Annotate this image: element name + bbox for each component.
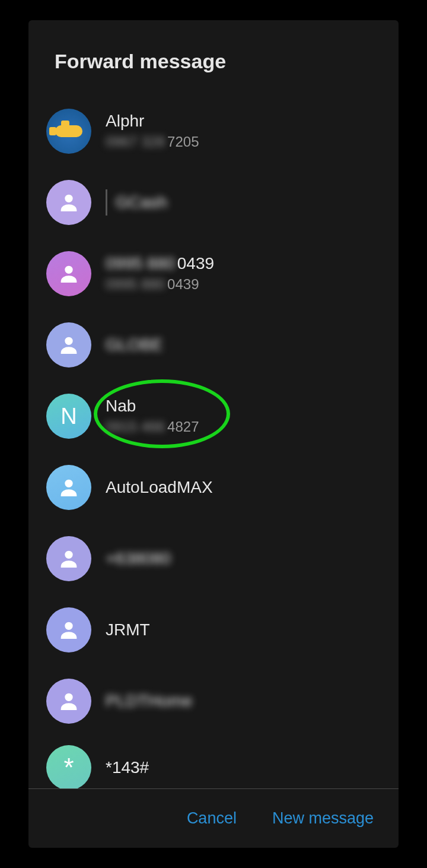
svg-point-5 — [65, 622, 72, 630]
contact-list: Alphr 0967 3287205 GCash 0995 88 — [28, 96, 399, 788]
contact-item-number[interactable]: 0995 8800439 0995 8800439 — [46, 238, 381, 309]
contact-item-jrmt[interactable]: JRMT — [46, 594, 381, 666]
dialog-title: Forward message — [28, 20, 399, 96]
contact-name: Alphr — [106, 111, 199, 131]
contact-item-alphr[interactable]: Alphr 0967 3287205 — [46, 96, 381, 167]
new-message-button[interactable]: New message — [270, 804, 376, 832]
avatar-letter-icon: * — [46, 745, 91, 788]
contact-name: GCash — [116, 192, 167, 213]
contact-number: 0967 3287205 — [106, 132, 199, 151]
contact-item-nab[interactable]: N Nab 0915 4664827 — [46, 381, 381, 452]
avatar-person-icon — [46, 607, 91, 652]
contact-name: JRMT — [106, 620, 150, 640]
svg-point-2 — [65, 337, 72, 345]
contact-name: Nab — [106, 396, 199, 416]
divider — [106, 189, 107, 216]
contact-number: 0995 8800439 — [106, 275, 214, 294]
contact-name: GLOBE — [106, 335, 162, 355]
contact-name: 0995 8800439 — [106, 254, 214, 274]
contact-item-autoloadmax[interactable]: AutoLoadMAX — [46, 452, 381, 523]
avatar-letter-icon: N — [46, 394, 91, 439]
svg-point-6 — [65, 693, 72, 701]
dialog-footer: Cancel New message — [28, 788, 399, 848]
svg-point-4 — [65, 551, 72, 559]
contact-item-pldthome[interactable]: PLDTHome — [46, 666, 381, 737]
forward-message-dialog: Forward message Alphr 0967 3287205 GCash — [28, 20, 399, 848]
avatar-person-icon — [46, 322, 91, 368]
contact-name: PLDTHome — [106, 691, 192, 711]
avatar-submarine-icon — [46, 109, 91, 154]
contact-name: *143# — [106, 758, 149, 778]
contact-name: AutoLoadMAX — [106, 477, 213, 498]
avatar-person-icon — [46, 180, 91, 225]
contact-item-gcash[interactable]: GCash — [46, 167, 381, 238]
contact-item-143[interactable]: * *143# — [46, 737, 381, 788]
contact-name: +638080 — [106, 549, 171, 569]
svg-point-1 — [65, 266, 72, 274]
contact-number: 0915 4664827 — [106, 417, 199, 436]
contact-item-number2[interactable]: +638080 — [46, 523, 381, 594]
svg-point-0 — [65, 195, 72, 202]
cancel-button[interactable]: Cancel — [184, 804, 239, 832]
avatar-person-icon — [46, 536, 91, 581]
avatar-person-icon — [46, 251, 91, 296]
svg-point-3 — [65, 480, 72, 487]
avatar-person-icon — [46, 679, 91, 724]
avatar-person-icon — [46, 465, 91, 510]
contact-item-globe[interactable]: GLOBE — [46, 309, 381, 381]
